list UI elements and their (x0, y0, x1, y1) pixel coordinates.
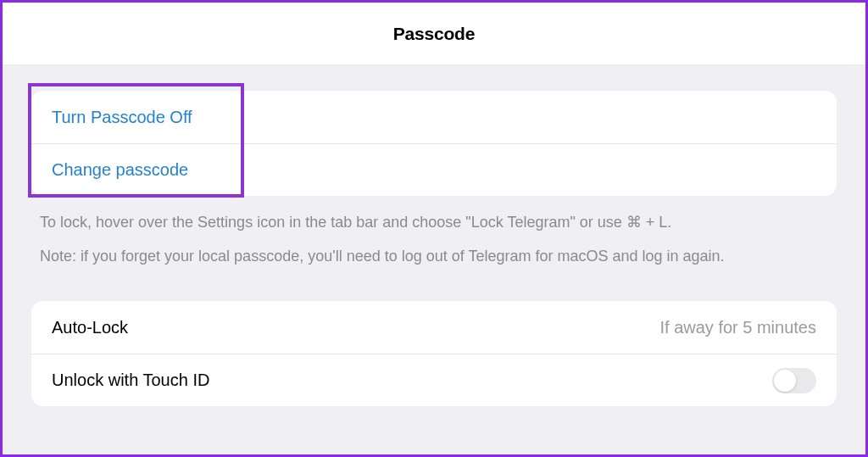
auto-lock-value: If away for 5 minutes (659, 318, 816, 337)
touch-id-row: Unlock with Touch ID (31, 354, 837, 406)
page-title: Passcode (393, 24, 475, 44)
auto-lock-label: Auto-Lock (52, 318, 128, 337)
content-area: Turn Passcode Off Change passcode To loc… (3, 65, 865, 454)
turn-passcode-off-button[interactable]: Turn Passcode Off (31, 91, 837, 143)
forget-hint-text: Note: if you forget your local passcode,… (40, 245, 828, 267)
touch-id-toggle[interactable] (772, 368, 816, 393)
footnotes: To lock, hover over the Settings icon in… (31, 196, 837, 301)
auto-lock-row[interactable]: Auto-Lock If away for 5 minutes (31, 301, 837, 354)
options-card: Auto-Lock If away for 5 minutes Unlock w… (31, 301, 837, 406)
header: Passcode (3, 3, 865, 65)
passcode-actions-card: Turn Passcode Off Change passcode (31, 91, 837, 196)
change-passcode-button[interactable]: Change passcode (31, 143, 837, 196)
turn-passcode-off-label: Turn Passcode Off (52, 108, 192, 127)
touch-id-label: Unlock with Touch ID (52, 371, 209, 390)
change-passcode-label: Change passcode (52, 160, 188, 180)
lock-hint-text: To lock, hover over the Settings icon in… (40, 211, 828, 233)
